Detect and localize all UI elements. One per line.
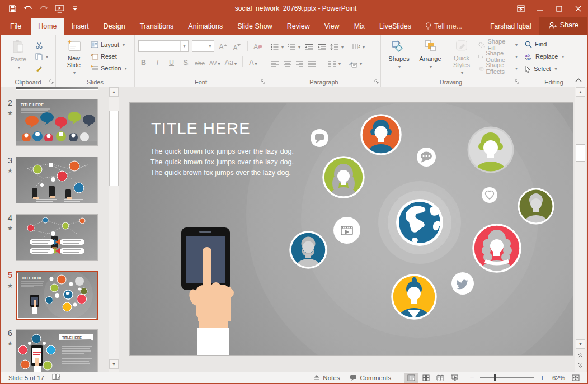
shape-outline-button[interactable]: Shape Outline <box>478 52 518 61</box>
convert-smartart-button[interactable] <box>348 60 362 68</box>
shape-fill-button[interactable]: Shape Fill <box>478 40 518 49</box>
numbering-button[interactable] <box>288 44 300 50</box>
chat-dots-icon[interactable] <box>417 148 436 167</box>
share-button[interactable]: Share <box>539 17 587 35</box>
justify-button[interactable] <box>308 61 316 67</box>
heart-icon[interactable] <box>482 187 497 203</box>
font-name-combo[interactable]: ▼ <box>138 40 189 52</box>
paragraph-dialog-launcher[interactable] <box>374 78 379 85</box>
slide-canvas[interactable]: TITLE HERE The quick brown fox jumps ove… <box>129 102 573 356</box>
account-name[interactable]: Farshad Iqbal <box>482 18 539 35</box>
clear-formatting-button[interactable]: A <box>253 41 264 51</box>
zoom-in-button[interactable]: + <box>538 373 546 382</box>
select-button[interactable]: Select <box>525 64 564 73</box>
tab-home[interactable]: Home <box>31 18 64 35</box>
thumbnail-slide-5-selected[interactable]: TITLE HERE <box>16 271 98 320</box>
thumbnail-slide-4[interactable] <box>16 214 98 261</box>
tab-review[interactable]: Review <box>280 18 317 35</box>
undo-icon[interactable] <box>23 3 33 13</box>
shape-effects-button[interactable]: Shape Effects <box>478 64 518 73</box>
underline-button[interactable]: U <box>166 56 177 67</box>
tab-file[interactable]: File <box>1 18 31 35</box>
section-button[interactable]: Section <box>91 64 127 73</box>
scroll-up-icon[interactable]: ▲ <box>109 87 119 97</box>
format-painter-button[interactable] <box>35 64 48 73</box>
align-left-button[interactable] <box>271 61 279 67</box>
slide-sorter-button[interactable] <box>418 373 433 383</box>
scroll-down-icon[interactable]: ▼ <box>109 359 119 369</box>
twitter-bird-icon[interactable] <box>451 272 474 295</box>
notes-button[interactable]: Notes <box>308 372 345 384</box>
slide-title-textbox[interactable]: TITLE HERE <box>151 120 251 138</box>
increase-indent-button[interactable] <box>317 44 326 50</box>
scroll-down-icon[interactable]: ▼ <box>576 339 585 349</box>
tab-slide-show[interactable]: Slide Show <box>230 18 280 35</box>
paste-button[interactable]: Paste <box>4 37 33 78</box>
decrease-indent-button[interactable] <box>304 44 313 50</box>
font-color-button[interactable]: A <box>248 56 258 67</box>
thumbnail-slide-3[interactable] <box>16 157 98 203</box>
tab-animations[interactable]: Animations <box>181 18 230 35</box>
layout-button[interactable]: Layout <box>91 40 127 49</box>
grow-font-button[interactable]: A <box>218 41 228 51</box>
align-center-button[interactable] <box>283 61 291 67</box>
font-dialog-launcher[interactable] <box>261 78 265 85</box>
slide-body-textbox[interactable]: The quick brown fox jumps over the lazy … <box>150 146 294 178</box>
font-size-combo[interactable]: ▼ <box>192 40 214 52</box>
chat-bubble-icon[interactable] <box>311 129 328 147</box>
quick-styles-button[interactable]: Quick Styles <box>447 37 476 78</box>
smartphone-touch-hand[interactable] <box>181 227 234 355</box>
zoom-slider-knob[interactable] <box>494 374 496 381</box>
copy-button[interactable] <box>35 52 48 61</box>
tab-transitions[interactable]: Transitions <box>133 18 181 35</box>
redo-icon[interactable] <box>39 3 49 13</box>
tab-mix[interactable]: Mix <box>347 18 372 35</box>
thumbnail-slide-6[interactable]: TITLE HERE <box>16 329 98 372</box>
tab-insert[interactable]: Insert <box>64 18 96 35</box>
globe-icon[interactable] <box>378 181 461 264</box>
zoom-out-button[interactable]: − <box>468 373 476 382</box>
reading-view-button[interactable] <box>433 373 448 383</box>
save-icon[interactable] <box>7 3 17 13</box>
ribbon-display-options-icon[interactable] <box>511 0 530 17</box>
tell-me-box[interactable]: Tell me... <box>418 18 469 35</box>
change-case-button[interactable]: Aa <box>224 56 237 67</box>
text-direction-button[interactable]: A <box>352 44 365 51</box>
bullets-button[interactable] <box>271 44 284 50</box>
normal-view-button[interactable] <box>404 373 418 383</box>
line-spacing-button[interactable] <box>330 44 344 51</box>
reset-button[interactable]: Reset <box>91 52 127 61</box>
shrink-font-button[interactable]: A <box>232 41 242 51</box>
shapes-button[interactable]: Shapes <box>384 37 413 78</box>
comments-button[interactable]: Comments <box>345 372 396 384</box>
thumbnail-scrollbar-thumb[interactable] <box>109 111 119 186</box>
clipboard-dialog-launcher[interactable] <box>49 78 54 85</box>
zoom-slider[interactable] <box>480 377 534 378</box>
slide-vertical-scrollbar[interactable]: ▲ ▼ <box>575 87 586 372</box>
bold-button[interactable]: B <box>138 56 149 67</box>
replace-button[interactable]: abacReplace <box>525 52 564 61</box>
maximize-icon[interactable] <box>549 0 568 17</box>
slide-indicator[interactable]: Slide 5 of 17 <box>8 374 44 381</box>
cut-button[interactable] <box>35 40 48 49</box>
tab-view[interactable]: View <box>317 18 347 35</box>
drawing-dialog-launcher[interactable] <box>515 78 519 85</box>
slide-scrollbar-thumb[interactable] <box>576 144 585 162</box>
collapse-ribbon-icon[interactable] <box>575 77 582 83</box>
columns-button[interactable] <box>328 61 341 67</box>
next-slide-icon[interactable] <box>576 361 585 370</box>
start-slideshow-icon[interactable] <box>54 3 64 13</box>
thumbnail-slide-2[interactable]: TITLE HERE <box>16 99 98 146</box>
scroll-up-icon[interactable]: ▲ <box>576 87 585 97</box>
strikethrough-button[interactable]: abc <box>194 56 205 67</box>
text-shadow-button[interactable]: S <box>180 56 191 67</box>
italic-button[interactable]: I <box>152 56 163 67</box>
new-slide-button[interactable]: New Slide <box>59 37 88 78</box>
character-spacing-button[interactable]: AV <box>209 56 221 67</box>
previous-slide-icon[interactable] <box>576 350 585 360</box>
align-right-button[interactable] <box>295 61 304 67</box>
arrange-button[interactable]: Arrange <box>416 37 445 78</box>
thumbnail-slide-1-partial[interactable] <box>16 87 98 90</box>
tab-liveslides[interactable]: LiveSlides <box>372 18 418 35</box>
customize-quick-access-icon[interactable] <box>70 3 80 13</box>
